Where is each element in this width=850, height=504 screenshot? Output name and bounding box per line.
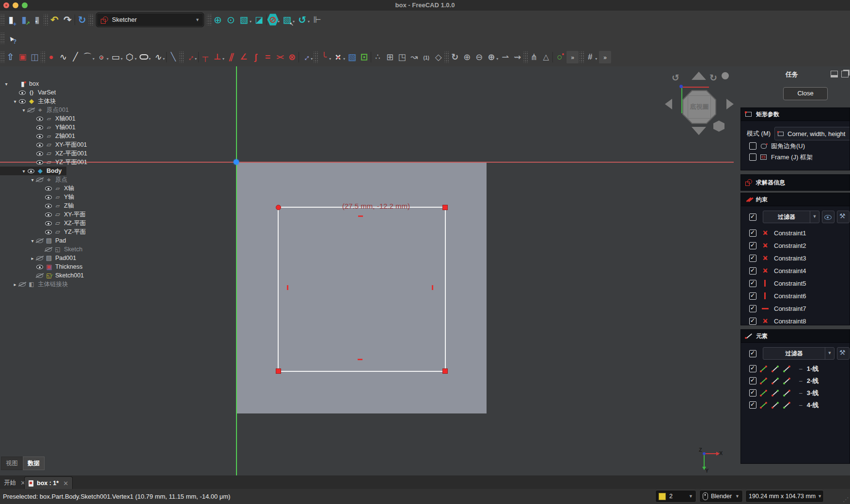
- visibility-eye-icon[interactable]: [45, 184, 53, 192]
- element-checkbox[interactable]: [749, 401, 756, 409]
- create-slot-button[interactable]: ▾: [138, 51, 152, 63]
- visibility-eye-icon[interactable]: [45, 193, 53, 201]
- toolbar-drag-handle[interactable]: ▾: [0, 14, 4, 26]
- increase-degree-button[interactable]: ▾: [461, 51, 473, 63]
- visibility-eye-icon[interactable]: [45, 202, 53, 210]
- navcube-isometric-icon[interactable]: [713, 121, 724, 132]
- visibility-eye-icon[interactable]: [36, 254, 45, 262]
- external-geometry-button[interactable]: ▾: [346, 51, 358, 63]
- tree-item[interactable]: XZ-平面001: [0, 149, 126, 158]
- create-polyline-button[interactable]: ▾: [57, 51, 69, 63]
- section-header[interactable]: 约束: [741, 193, 850, 206]
- constraints-settings-button[interactable]: [837, 211, 850, 223]
- whats-this-button[interactable]: ▾: [4, 32, 17, 45]
- visibility-eye-icon[interactable]: [27, 167, 36, 175]
- tree-item[interactable]: XY-平面001: [0, 140, 126, 149]
- toolbar-drag-handle[interactable]: ▾: [44, 14, 48, 26]
- measure-button[interactable]: ▾: [311, 14, 324, 26]
- constraint-checkbox[interactable]: [749, 305, 756, 312]
- element-row[interactable]: – 1-线: [741, 363, 850, 375]
- constraint-row[interactable]: Constraint6: [741, 290, 850, 302]
- constraint-row[interactable]: Constraint8: [741, 315, 850, 325]
- element-checkbox[interactable]: [749, 365, 756, 372]
- convert-to-nurbs-button[interactable]: ▾: [449, 51, 461, 63]
- create-circle-button[interactable]: ▾: [95, 51, 110, 63]
- constrain-block-button[interactable]: ▾: [286, 51, 298, 63]
- section-header[interactable]: 求解器信息: [741, 175, 850, 190]
- expand-arrow-icon[interactable]: [12, 99, 18, 104]
- select-elements-button[interactable]: ▾: [396, 51, 408, 63]
- view-section-button[interactable]: ▾: [29, 51, 41, 63]
- split-edge-button[interactable]: ▾: [528, 51, 540, 63]
- visibility-eye-icon[interactable]: [18, 89, 27, 96]
- constrain-horizontal-vertical-button[interactable]: ▾: [211, 51, 225, 63]
- box-selection-button[interactable]: ▾: [281, 14, 296, 26]
- zoom-fit-button[interactable]: ▾: [211, 14, 224, 26]
- select-dof-button[interactable]: ▾: [372, 51, 384, 63]
- constraint-checkbox[interactable]: [749, 267, 756, 275]
- sketch-vertex[interactable]: [442, 368, 448, 374]
- constraint-checkbox[interactable]: [749, 229, 756, 237]
- tree-item[interactable]: Z轴001: [0, 132, 126, 140]
- toolbar-drag-handle[interactable]: ▾: [444, 51, 449, 63]
- visibility-eye-icon[interactable]: [10, 80, 18, 88]
- constrain-symmetric-button[interactable]: ▾: [274, 51, 286, 63]
- toolbar-drag-handle[interactable]: ▾: [314, 51, 318, 63]
- visibility-eye-icon[interactable]: [36, 132, 45, 140]
- new-file-button[interactable]: ▾: [4, 14, 17, 26]
- constrain-parallel-button[interactable]: ▾: [225, 51, 237, 63]
- tree-item[interactable]: 原点: [0, 175, 126, 184]
- sketch-y-axis[interactable]: [236, 66, 237, 475]
- visibility-eye-icon[interactable]: [45, 228, 53, 236]
- constraints-filter-select[interactable]: 过滤器 ▼: [763, 211, 819, 223]
- construction-mode-button[interactable]: ▾: [167, 51, 179, 63]
- element-checkbox[interactable]: [749, 389, 756, 397]
- redo-button[interactable]: ▾: [61, 14, 74, 26]
- visibility-eye-icon[interactable]: [45, 219, 53, 227]
- tree-item[interactable]: XZ-平面: [0, 219, 126, 228]
- show-constraints-button[interactable]: [822, 211, 834, 223]
- sketch-rectangle[interactable]: [278, 207, 446, 372]
- expand-arrow-icon[interactable]: [29, 177, 36, 183]
- element-row[interactable]: – 3-线: [741, 387, 850, 399]
- tree-item[interactable]: XY-平面: [0, 210, 126, 219]
- visibility-eye-icon[interactable]: [27, 106, 36, 114]
- toolbar-drag-handle[interactable]: ▾: [89, 14, 93, 26]
- tree-item[interactable]: Sketch001: [0, 271, 126, 280]
- insert-knot-button[interactable]: ▾: [499, 51, 511, 63]
- tree-item[interactable]: Body: [0, 167, 66, 175]
- section-header[interactable]: 矩形参数: [741, 108, 850, 121]
- sketch-vertex[interactable]: [276, 368, 281, 374]
- dock-panel-icon[interactable]: [831, 71, 838, 77]
- tree-item[interactable]: YZ-平面001: [0, 158, 126, 167]
- constraint-checkbox[interactable]: [749, 255, 756, 262]
- draw-style-button[interactable]: ▾: [267, 14, 281, 26]
- tree-item[interactable]: 主体块: [0, 97, 126, 106]
- constraint-row[interactable]: Constraint3: [741, 252, 850, 264]
- toolbar-drag-handle[interactable]: ▾: [207, 14, 211, 26]
- toolbar-overflow-button[interactable]: ▾: [598, 51, 612, 63]
- constrain-distance-button[interactable]: ▾: [299, 51, 314, 63]
- navigation-cube[interactable]: ↺ ↻ 底視圖: [663, 69, 737, 138]
- float-panel-icon[interactable]: [841, 71, 849, 77]
- element-checkbox[interactable]: [749, 377, 756, 384]
- constraints-master-checkbox[interactable]: [749, 214, 756, 221]
- close-task-button[interactable]: Close: [783, 87, 828, 100]
- navcube-down-arrow[interactable]: [692, 127, 706, 135]
- tab-view[interactable]: 视图: [1, 457, 23, 470]
- navigation-style-select[interactable]: Blender ▼: [699, 490, 743, 503]
- navcube-right-arrow[interactable]: [726, 99, 734, 109]
- visibility-eye-icon[interactable]: [36, 115, 45, 122]
- elements-master-checkbox[interactable]: [749, 350, 756, 357]
- visibility-eye-icon[interactable]: [36, 123, 45, 131]
- leave-sketch-button[interactable]: ▾: [4, 51, 16, 63]
- rectangle-mode-select[interactable]: Corner, width, height: [774, 127, 850, 140]
- constrain-tangent-button[interactable]: ▾: [250, 51, 262, 63]
- tree-item[interactable]: VarSet: [0, 88, 126, 97]
- tree-item[interactable]: Pad001: [0, 254, 126, 262]
- tree-item[interactable]: Sketch: [0, 245, 126, 254]
- sketch-vertex[interactable]: [276, 205, 281, 210]
- workbench-selector[interactable]: Sketcher ▼: [96, 13, 204, 27]
- save-file-button[interactable]: ▾: [31, 14, 44, 26]
- tree-item[interactable]: Y轴: [0, 193, 126, 201]
